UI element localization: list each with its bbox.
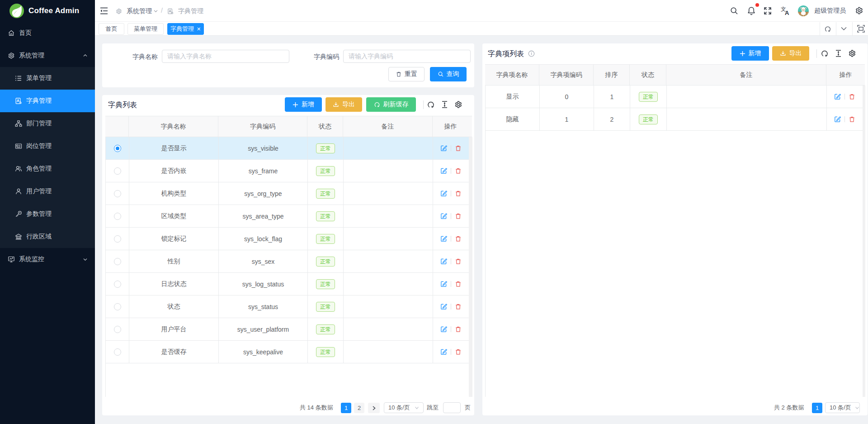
svg-text:A: A [785,10,789,15]
